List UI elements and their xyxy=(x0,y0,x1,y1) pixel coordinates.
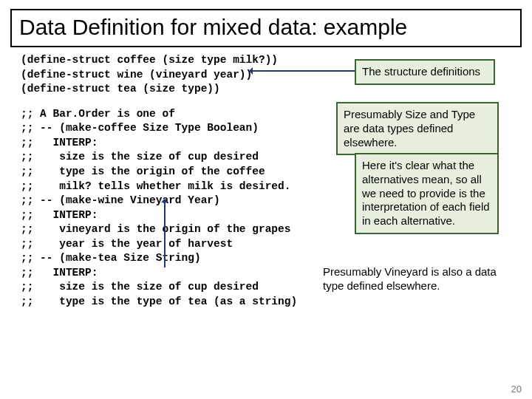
arrow-icon xyxy=(164,201,166,267)
callout-text: Here it's clear what the alternatives me… xyxy=(362,159,490,227)
slide-number: 20 xyxy=(511,383,522,395)
callout-text: Presumably Size and Type are data types … xyxy=(344,108,475,149)
callout-text: The structure definitions xyxy=(362,65,480,78)
callout-text: Presumably Vineyard is also a data type … xyxy=(323,265,497,292)
arrow-icon xyxy=(251,70,355,72)
callout-struct-defs: The structure definitions xyxy=(355,59,495,85)
title-box: Data Definition for mixed data: example xyxy=(10,9,522,47)
callout-alternatives: Here it's clear what the alternatives me… xyxy=(355,153,499,234)
slide-content: (define-struct coffee (size type milk?))… xyxy=(0,53,532,310)
callout-vineyard: Presumably Vineyard is also a data type … xyxy=(321,264,499,295)
callout-size-type: Presumably Size and Type are data types … xyxy=(336,102,499,155)
page-title: Data Definition for mixed data: example xyxy=(19,15,513,40)
